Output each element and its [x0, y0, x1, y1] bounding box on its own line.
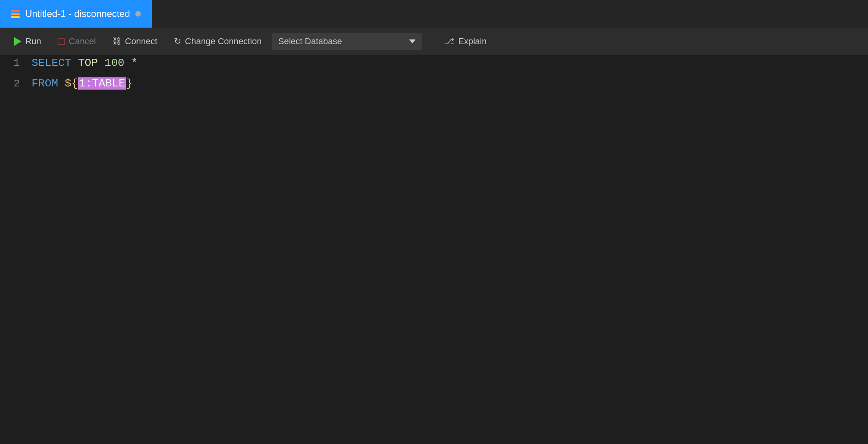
cancel-icon	[58, 38, 65, 45]
keyword-top: TOP	[78, 57, 98, 69]
cancel-button[interactable]: Cancel	[51, 33, 102, 50]
connect-button[interactable]: ⛓ Connect	[106, 33, 164, 50]
line-number-1: 1	[0, 57, 32, 69]
snippet-dollar: $	[65, 77, 71, 90]
asterisk: *	[131, 57, 138, 69]
toolbar-separator	[430, 34, 430, 49]
line-number-2: 2	[0, 78, 32, 90]
active-tab[interactable]: Untitled-1 - disconnected	[0, 0, 152, 28]
code-content-1: SELECT TOP 100 *	[32, 57, 138, 69]
select-database-dropdown[interactable]: Select Database	[272, 33, 422, 50]
editor-area[interactable]: 1 SELECT TOP 100 * 2 FROM $ { 1:TABLE }	[0, 55, 868, 444]
tab-unsaved-dot	[135, 11, 141, 17]
snippet-content: 1:TABLE	[78, 77, 126, 90]
run-label: Run	[25, 36, 41, 47]
toolbar: Run Cancel ⛓ Connect ↻ Change Connection…	[0, 28, 868, 55]
change-connection-icon: ↻	[174, 36, 181, 47]
code-line-2: 2 FROM $ { 1:TABLE }	[0, 76, 868, 96]
explain-label: Explain	[458, 36, 486, 47]
cancel-label: Cancel	[69, 36, 95, 47]
explain-icon: ⎇	[444, 36, 454, 47]
value-100: 100	[105, 57, 124, 69]
keyword-select: SELECT	[32, 57, 71, 69]
chevron-down-icon	[409, 39, 415, 43]
database-icon	[11, 10, 20, 18]
keyword-from: FROM	[32, 77, 58, 90]
tab-bar: Untitled-1 - disconnected	[0, 0, 868, 28]
code-content-2: FROM $ { 1:TABLE }	[32, 77, 133, 90]
change-connection-button[interactable]: ↻ Change Connection	[168, 33, 268, 50]
change-connection-label: Change Connection	[185, 36, 262, 47]
explain-button[interactable]: ⎇ Explain	[438, 33, 493, 50]
code-line-1: 1 SELECT TOP 100 *	[0, 55, 868, 76]
select-database-label: Select Database	[278, 36, 404, 47]
snippet-brace-close: }	[126, 77, 133, 90]
run-button[interactable]: Run	[8, 33, 47, 50]
run-icon	[14, 37, 21, 46]
connect-label: Connect	[125, 36, 157, 47]
connect-icon: ⛓	[112, 36, 121, 47]
snippet-brace-open: {	[71, 77, 78, 90]
tab-title: Untitled-1 - disconnected	[25, 8, 130, 19]
